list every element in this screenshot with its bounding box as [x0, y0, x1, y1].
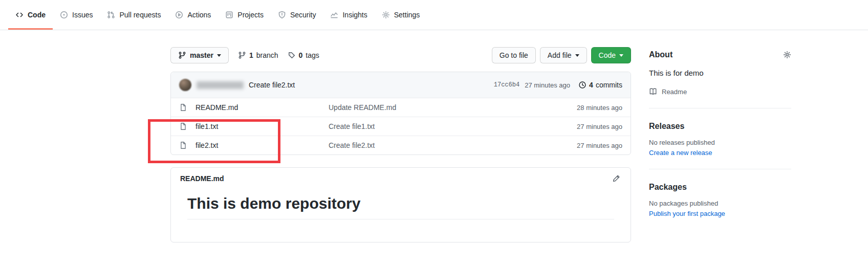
tab-code[interactable]: Code — [8, 0, 53, 30]
tab-label: Issues — [72, 11, 93, 19]
toolbar-actions: Go to file Add file Code — [492, 47, 631, 63]
readme-link-label: Readme — [662, 88, 687, 96]
repo-description: This is for demo — [649, 69, 791, 77]
edit-pencil-icon[interactable] — [612, 174, 620, 183]
tab-settings[interactable]: Settings — [375, 0, 427, 30]
latest-commit-bar: Create file2.txt 17cc6b4 27 minutes ago … — [171, 72, 631, 98]
releases-title: Releases — [649, 122, 791, 131]
tab-label: Projects — [237, 11, 264, 19]
tag-count-label: tags — [306, 51, 319, 59]
tab-security[interactable]: Security — [271, 0, 323, 30]
page-body: master 1 branch 0 tags — [170, 30, 868, 242]
repo-nav: Code Issues Pull requests Actions Projec… — [0, 0, 868, 30]
files-card: Create file2.txt 17cc6b4 27 minutes ago … — [170, 72, 631, 155]
tab-actions[interactable]: Actions — [168, 0, 218, 30]
about-header: About — [649, 50, 791, 59]
readme-heading: This is demo repository — [187, 187, 614, 219]
tab-label: Actions — [187, 11, 211, 19]
sidebar-divider — [649, 108, 791, 108]
code-button-label: Code — [599, 51, 616, 59]
branch-count-label: branch — [256, 51, 278, 59]
packages-title: Packages — [649, 183, 791, 192]
file-name-link[interactable]: file1.txt — [196, 122, 329, 130]
file-commit-time: 27 minutes ago — [551, 123, 622, 130]
commit-time: 27 minutes ago — [525, 81, 570, 89]
code-icon — [15, 11, 24, 19]
commit-sha-link[interactable]: 17cc6b4 — [494, 81, 519, 89]
add-file-label: Add file — [548, 51, 572, 59]
publish-package-link[interactable]: Publish your first package — [649, 210, 725, 217]
packages-empty-text: No packages published — [649, 200, 791, 207]
commit-author-name-redacted[interactable] — [197, 81, 244, 89]
caret-down-icon — [575, 54, 579, 57]
tab-label: Security — [290, 11, 316, 19]
branch-count: 1 — [249, 51, 253, 59]
go-to-file-button[interactable]: Go to file — [492, 47, 536, 63]
file-commit-time: 28 minutes ago — [551, 104, 622, 112]
commit-meta: 17cc6b4 27 minutes ago 4 commits — [494, 81, 622, 89]
play-icon — [175, 11, 183, 19]
caret-down-icon — [619, 54, 623, 57]
git-branch-icon — [178, 51, 186, 59]
commit-message-link[interactable]: Create file2.txt — [249, 81, 295, 89]
readme-card: README.md This is demo repository — [170, 167, 631, 242]
file-row-file2: file2.txt Create file2.txt 27 minutes ag… — [171, 136, 631, 154]
book-icon — [649, 87, 657, 96]
shield-icon — [278, 11, 286, 19]
branch-toolbar: master 1 branch 0 tags — [170, 47, 631, 63]
tab-label: Pull requests — [119, 11, 161, 19]
file-commit-message-link[interactable]: Create file1.txt — [329, 122, 551, 130]
file-commit-message-link[interactable]: Create file2.txt — [329, 141, 551, 149]
file-icon — [179, 103, 187, 112]
file-name-link[interactable]: file2.txt — [196, 141, 329, 149]
packages-section: Packages No packages published Publish y… — [649, 183, 791, 217]
tab-label: Settings — [394, 11, 420, 19]
tab-issues[interactable]: Issues — [53, 0, 100, 30]
code-download-button[interactable]: Code — [591, 47, 631, 63]
commits-count: 4 — [589, 81, 593, 89]
file-icon — [179, 122, 187, 130]
tab-insights[interactable]: Insights — [323, 0, 374, 30]
file-row-readme: README.md Update README.md 28 minutes ag… — [171, 98, 631, 117]
file-name-link[interactable]: README.md — [196, 103, 329, 112]
file-commit-message-link[interactable]: Update README.md — [329, 103, 551, 112]
tab-projects[interactable]: Projects — [218, 0, 271, 30]
file-row-file1: file1.txt Create file1.txt 27 minutes ag… — [171, 117, 631, 136]
tab-label: Code — [28, 11, 46, 19]
readme-anchor-link[interactable]: Readme — [649, 87, 791, 96]
releases-empty-text: No releases published — [649, 139, 791, 146]
git-branch-icon — [238, 51, 246, 59]
about-title: About — [649, 50, 672, 59]
file-icon — [179, 141, 187, 149]
readme-header: README.md — [171, 168, 631, 185]
branch-name: master — [190, 51, 213, 59]
tab-label: Insights — [342, 11, 367, 19]
sidebar-divider — [649, 169, 791, 169]
issue-opened-icon — [60, 11, 68, 19]
tab-pull-requests[interactable]: Pull requests — [100, 0, 168, 30]
gear-icon — [382, 11, 390, 19]
create-release-link[interactable]: Create a new release — [649, 149, 712, 157]
history-clock-icon — [578, 81, 587, 89]
tag-count-link[interactable]: 0 tags — [288, 51, 319, 59]
add-file-button[interactable]: Add file — [540, 47, 587, 63]
project-board-icon — [225, 11, 233, 19]
graph-icon — [330, 11, 338, 19]
releases-section: Releases No releases published Create a … — [649, 122, 791, 157]
file-commit-time: 27 minutes ago — [551, 142, 622, 149]
commit-history-link[interactable]: 4 commits — [578, 81, 622, 89]
repo-content: master 1 branch 0 tags — [170, 47, 631, 242]
tag-icon — [288, 51, 296, 59]
readme-filename: README.md — [180, 174, 224, 183]
go-to-file-label: Go to file — [500, 51, 528, 59]
branch-count-link[interactable]: 1 branch — [238, 51, 278, 59]
caret-down-icon — [217, 54, 221, 57]
branch-selector-button[interactable]: master — [170, 47, 229, 63]
gear-icon[interactable] — [783, 51, 791, 59]
pull-request-icon — [107, 11, 115, 19]
commit-author-avatar[interactable] — [179, 79, 191, 91]
commits-label: commits — [596, 81, 622, 89]
about-sidebar: About This is for demo Readme Releases N… — [649, 47, 791, 242]
tag-count: 0 — [299, 51, 303, 59]
readme-body: This is demo repository — [171, 185, 631, 237]
